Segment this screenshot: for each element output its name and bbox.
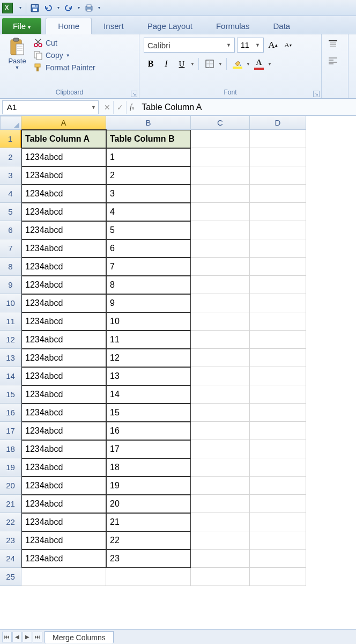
cell[interactable] — [250, 130, 306, 148]
row-header[interactable]: 22 — [0, 513, 21, 531]
enter-formula-button[interactable]: ✓ — [114, 101, 127, 114]
cell[interactable] — [250, 495, 306, 513]
row-header[interactable]: 19 — [0, 458, 21, 477]
cell[interactable] — [191, 367, 250, 385]
cell[interactable]: 1234abcd — [21, 477, 106, 495]
sheet-nav-last[interactable]: ⏭ — [33, 632, 42, 642]
cell[interactable] — [250, 221, 306, 239]
font-dialog-launcher[interactable]: ↘ — [313, 91, 320, 97]
cell[interactable] — [191, 294, 250, 312]
cell[interactable] — [191, 385, 250, 404]
cell[interactable]: 1234abcd — [21, 148, 106, 166]
formula-input[interactable]: Table Column A — [137, 100, 356, 114]
print-preview-button[interactable] — [83, 2, 95, 14]
column-header[interactable]: C — [191, 116, 250, 130]
qat-more-dropdown[interactable] — [97, 2, 102, 14]
italic-button[interactable]: I — [159, 57, 173, 71]
cell[interactable]: 23 — [106, 550, 191, 568]
cell[interactable]: 1234abcd — [21, 276, 106, 294]
row-header[interactable]: 6 — [0, 221, 21, 239]
row-header[interactable]: 24 — [0, 550, 21, 568]
cell[interactable]: 3 — [106, 185, 191, 203]
cell[interactable]: 1234abcd — [21, 166, 106, 185]
fill-color-button[interactable] — [231, 57, 244, 71]
tab-formulas[interactable]: Formulas — [204, 18, 262, 34]
cell[interactable] — [191, 276, 250, 294]
cell[interactable]: Table Column A — [21, 130, 106, 148]
cell[interactable]: 10 — [106, 312, 191, 331]
row-header[interactable]: 5 — [0, 203, 21, 221]
column-header[interactable]: D — [250, 116, 306, 130]
cell[interactable]: 22 — [106, 531, 191, 550]
underline-dropdown[interactable]: ▼ — [190, 62, 195, 67]
cell[interactable] — [250, 349, 306, 367]
cell[interactable] — [191, 349, 250, 367]
row-header[interactable]: 3 — [0, 166, 21, 185]
fill-color-dropdown[interactable]: ▼ — [246, 62, 250, 67]
shrink-font-button[interactable]: A▾ — [281, 38, 295, 52]
cell[interactable]: 9 — [106, 294, 191, 312]
cell[interactable] — [250, 185, 306, 203]
cell[interactable]: 19 — [106, 477, 191, 495]
cell[interactable] — [250, 367, 306, 385]
cell[interactable] — [250, 312, 306, 331]
cell[interactable]: 1234abcd — [21, 185, 106, 203]
grow-font-button[interactable]: A▴ — [266, 38, 280, 52]
cell[interactable] — [250, 203, 306, 221]
name-box[interactable]: A1 ▼ — [2, 100, 99, 114]
undo-button[interactable] — [42, 2, 54, 14]
cell[interactable] — [191, 513, 250, 531]
cell[interactable] — [250, 239, 306, 258]
cell[interactable]: 1234abcd — [21, 349, 106, 367]
tab-data[interactable]: Data — [261, 18, 302, 34]
cell[interactable]: 1234abcd — [21, 331, 106, 349]
cell[interactable] — [250, 440, 306, 458]
qat-customize-dropdown[interactable] — [18, 2, 23, 14]
tab-page-layout[interactable]: Page Layout — [136, 18, 204, 34]
cell[interactable]: 2 — [106, 166, 191, 185]
cell[interactable]: 1234abcd — [21, 294, 106, 312]
column-header[interactable]: A — [21, 116, 106, 130]
align-top-button[interactable] — [325, 36, 341, 50]
borders-dropdown[interactable]: ▼ — [218, 62, 222, 67]
row-header[interactable]: 10 — [0, 294, 21, 312]
row-header[interactable]: 17 — [0, 422, 21, 440]
cell[interactable]: 1234abcd — [21, 531, 106, 550]
format-painter-button[interactable]: Format Painter — [32, 62, 97, 73]
row-header[interactable]: 11 — [0, 312, 21, 331]
font-name-selector[interactable]: Calibri▼ — [144, 38, 235, 53]
redo-dropdown[interactable] — [76, 2, 81, 14]
cell[interactable]: 1234abcd — [21, 440, 106, 458]
sheet-tab-active[interactable]: Merge Columns — [44, 631, 114, 643]
cell[interactable]: 15 — [106, 404, 191, 422]
cell[interactable] — [191, 440, 250, 458]
cell[interactable]: 1234abcd — [21, 258, 106, 276]
cell[interactable] — [21, 568, 106, 586]
cancel-formula-button[interactable]: ✕ — [101, 101, 114, 114]
underline-button[interactable]: U — [175, 57, 189, 71]
row-header[interactable]: 16 — [0, 404, 21, 422]
cell[interactable] — [250, 477, 306, 495]
cell[interactable]: 12 — [106, 349, 191, 367]
cell[interactable]: 21 — [106, 513, 191, 531]
cell[interactable] — [191, 477, 250, 495]
cell[interactable] — [191, 331, 250, 349]
row-header[interactable]: 13 — [0, 349, 21, 367]
cell[interactable]: 8 — [106, 276, 191, 294]
cell[interactable] — [191, 221, 250, 239]
cell[interactable] — [191, 166, 250, 185]
tab-insert[interactable]: Insert — [92, 18, 136, 34]
cell[interactable]: 11 — [106, 331, 191, 349]
cell[interactable] — [191, 130, 250, 148]
cell[interactable]: 20 — [106, 495, 191, 513]
cell[interactable] — [250, 568, 306, 586]
cell[interactable] — [250, 550, 306, 568]
cell[interactable] — [191, 258, 250, 276]
row-header[interactable]: 7 — [0, 239, 21, 258]
font-color-dropdown[interactable]: ▼ — [268, 62, 272, 67]
cell[interactable]: Table Column B — [106, 130, 191, 148]
tab-home[interactable]: Home — [46, 18, 92, 34]
cell[interactable] — [250, 258, 306, 276]
redo-button[interactable] — [63, 2, 75, 14]
cell[interactable]: 1234abcd — [21, 203, 106, 221]
